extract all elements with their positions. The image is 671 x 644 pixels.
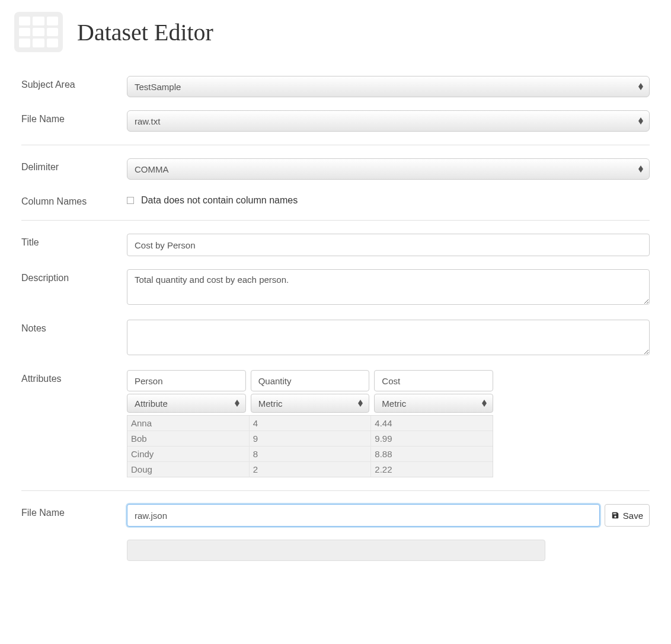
grid-logo-icon [14, 12, 63, 52]
delimiter-select[interactable]: COMMA [127, 158, 650, 180]
file-name-bottom-label: File Name [21, 504, 127, 518]
cell: Cindy [127, 447, 250, 462]
column-names-label: Column Names [21, 193, 127, 207]
table-row: Bob 9 9.99 [127, 431, 493, 447]
attr-name-input-1[interactable] [251, 370, 370, 391]
column-names-checkbox[interactable] [127, 197, 134, 204]
page-title: Dataset Editor [77, 18, 213, 46]
cell: 8 [250, 447, 372, 462]
attr-type-value: Metric [382, 398, 406, 409]
notes-input[interactable] [127, 320, 650, 355]
title-input[interactable] [127, 234, 650, 256]
attr-type-value: Attribute [135, 398, 168, 409]
cell: Anna [127, 416, 250, 431]
cell: 4 [250, 416, 372, 431]
chevron-updown-icon [358, 400, 363, 407]
attributes-label: Attributes [21, 370, 127, 384]
cell: 9.99 [371, 431, 493, 447]
attr-name-input-0[interactable] [127, 370, 246, 391]
save-icon [611, 511, 619, 519]
attr-type-select-0[interactable]: Attribute [127, 394, 246, 413]
cell: 4.44 [371, 416, 493, 431]
divider [21, 490, 650, 491]
table-row: Doug 2 2.22 [127, 462, 493, 477]
attribute-types-row: Attribute Metric Metric [127, 394, 493, 413]
table-row: Cindy 8 8.88 [127, 447, 493, 462]
subject-area-select[interactable]: TestSample [127, 76, 650, 97]
notes-label: Notes [21, 320, 127, 334]
attribute-names-row [127, 370, 493, 391]
description-label: Description [21, 269, 127, 283]
cell: Doug [127, 462, 250, 477]
delimiter-label: Delimiter [21, 158, 127, 173]
chevron-updown-icon [638, 165, 643, 173]
attr-type-select-1[interactable]: Metric [251, 394, 370, 413]
file-name-top-label: File Name [21, 110, 127, 125]
subject-area-label: Subject Area [21, 76, 127, 90]
subject-area-value: TestSample [135, 82, 181, 92]
chevron-updown-icon [638, 83, 643, 90]
save-label: Save [623, 511, 643, 521]
cell: 8.88 [371, 447, 493, 462]
save-button[interactable]: Save [605, 504, 650, 527]
delimiter-value: COMMA [135, 164, 169, 174]
chevron-updown-icon [482, 400, 487, 407]
file-name-top-value: raw.txt [135, 116, 160, 126]
attr-type-value: Metric [258, 398, 283, 409]
form: Subject Area TestSample File Name raw.tx… [14, 76, 657, 561]
divider [21, 220, 650, 221]
status-bar [127, 540, 545, 561]
page-header: Dataset Editor [14, 12, 657, 52]
attr-type-select-2[interactable]: Metric [374, 394, 493, 413]
data-grid: Anna 4 4.44 Bob 9 9.99 Cindy 8 8.88 Doug… [127, 415, 493, 477]
cell: 2 [250, 462, 372, 477]
attr-name-input-2[interactable] [374, 370, 493, 391]
description-input[interactable]: Total quantity and cost by each person. [127, 269, 650, 305]
title-label: Title [21, 234, 127, 248]
chevron-updown-icon [235, 400, 239, 407]
cell: 9 [250, 431, 372, 447]
cell: Bob [127, 431, 250, 447]
chevron-updown-icon [638, 117, 643, 125]
table-row: Anna 4 4.44 [127, 416, 493, 431]
column-names-checkbox-label: Data does not contain column names [141, 195, 298, 206]
file-name-top-select[interactable]: raw.txt [127, 110, 650, 132]
cell: 2.22 [371, 462, 493, 477]
file-name-bottom-input[interactable] [127, 504, 600, 527]
divider [21, 145, 650, 145]
